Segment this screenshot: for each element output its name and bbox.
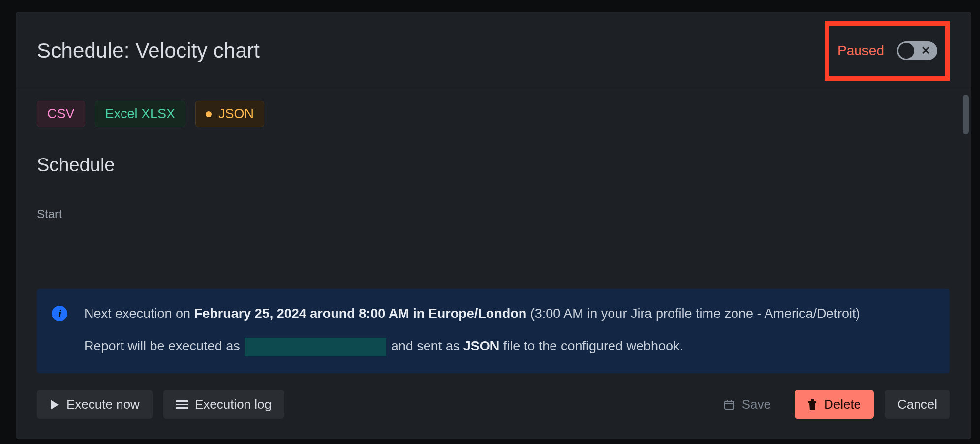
start-label: Start — [37, 207, 950, 221]
button-label: Cancel — [897, 397, 937, 412]
format-chip-json[interactable]: JSON — [195, 101, 264, 127]
modal-title: Schedule: Velocity chart — [37, 39, 260, 63]
svg-rect-8 — [811, 399, 814, 401]
redacted-block — [245, 338, 386, 356]
info-line-2: Report will be executed as and sent as J… — [84, 336, 860, 356]
svg-rect-1 — [176, 404, 188, 405]
info-text-fragment: (3:00 AM in your Jira profile time zone … — [526, 306, 860, 321]
list-icon — [176, 400, 188, 410]
button-label: Save — [742, 397, 771, 412]
modal-header: Schedule: Velocity chart Paused ✕ — [16, 12, 971, 89]
format-chip-excel[interactable]: Excel XLSX — [95, 101, 186, 127]
execution-log-button[interactable]: Execution log — [163, 390, 284, 419]
dot-icon — [206, 111, 212, 117]
action-row: Execute now Execution log — [37, 390, 950, 419]
button-label: Execute now — [66, 397, 140, 412]
format-chips: CSV Excel XLSX JSON — [37, 101, 950, 127]
info-line-1: Next execution on February 25, 2024 arou… — [84, 304, 860, 324]
info-text-fragment: Report will be executed as — [84, 339, 244, 353]
chip-label: JSON — [218, 106, 254, 122]
right-actions: Save Delete Cancel — [710, 390, 950, 419]
info-text: Next execution on February 25, 2024 arou… — [84, 304, 860, 356]
svg-rect-3 — [725, 401, 734, 409]
info-text-bold: JSON — [463, 339, 500, 353]
schedule-modal: Schedule: Velocity chart Paused ✕ CSV Ex… — [16, 12, 971, 439]
format-chip-csv[interactable]: CSV — [37, 101, 85, 127]
button-label: Delete — [824, 397, 861, 412]
button-label: Execution log — [195, 397, 272, 412]
info-text-fragment: Next execution on — [84, 306, 194, 321]
schedule-heading: Schedule — [37, 155, 950, 176]
trash-icon — [807, 399, 817, 410]
execute-now-button[interactable]: Execute now — [37, 390, 153, 419]
info-banner: i Next execution on February 25, 2024 ar… — [37, 289, 950, 373]
pause-toggle[interactable]: ✕ — [897, 41, 937, 60]
delete-button[interactable]: Delete — [795, 390, 874, 419]
save-button[interactable]: Save — [710, 390, 784, 419]
info-text-bold: February 25, 2024 around 8:00 AM in Euro… — [194, 306, 527, 321]
calendar-save-icon — [723, 399, 735, 411]
info-text-fragment: file to the configured webhook. — [499, 339, 683, 353]
cancel-button[interactable]: Cancel — [885, 390, 950, 419]
close-icon: ✕ — [921, 45, 930, 56]
play-icon — [50, 399, 60, 410]
info-icon: i — [52, 306, 67, 321]
toggle-knob — [898, 43, 914, 59]
status-label: Paused — [837, 43, 884, 59]
scrollbar-thumb[interactable] — [963, 95, 969, 134]
svg-rect-0 — [176, 400, 188, 402]
modal-body: CSV Excel XLSX JSON Schedule Start — [16, 89, 971, 289]
info-text-fragment: and sent as — [387, 339, 463, 353]
chip-label: Excel XLSX — [105, 106, 176, 122]
svg-rect-2 — [176, 407, 188, 409]
status-block: Paused ✕ — [825, 21, 950, 81]
left-actions: Execute now Execution log — [37, 390, 284, 419]
chip-label: CSV — [47, 106, 75, 122]
modal-footer: i Next execution on February 25, 2024 ar… — [16, 289, 971, 439]
svg-rect-7 — [808, 401, 816, 403]
